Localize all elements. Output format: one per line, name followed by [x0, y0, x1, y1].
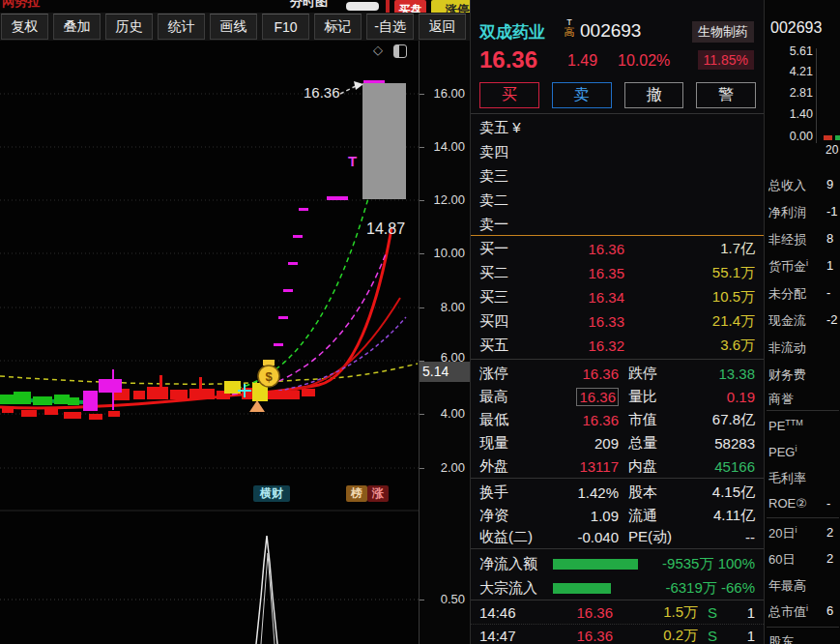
net-inflow-row: 净流入额 -9535万 100% [471, 552, 764, 576]
sidebar-item[interactable]: 毛利率 [768, 470, 840, 489]
toolbar-button-zixuan[interactable]: -自选 [366, 14, 414, 40]
sidebar-item[interactable]: 非流动 [768, 339, 840, 359]
mini-axis-tick: 2.81 [774, 86, 813, 100]
sidebar-item[interactable]: PETTM [768, 418, 840, 437]
ask-row-5[interactable]: 卖五 ¥ [471, 116, 764, 140]
ask-row-3[interactable]: 卖三 [471, 164, 764, 189]
money-bag-icon: $ [258, 360, 279, 387]
industry-change-pct: 11.85% [698, 50, 754, 70]
sidebar-item[interactable]: 非经损8 [768, 231, 840, 250]
toolbar-button-lishi[interactable]: 历史 [105, 14, 153, 40]
clipped-center-text: 分时图 [290, 0, 328, 11]
stats-row: 最高16.36量比0.19 [471, 385, 764, 408]
red-divider-mark [386, 0, 390, 13]
axis-tick: 10.00 [420, 246, 465, 260]
bid-row-2[interactable]: 买二16.3555.1万 [471, 261, 764, 285]
block-inflow-row: 大宗流入 -6319万 -66% [471, 576, 764, 600]
clipped-white-pill [346, 2, 379, 11]
axis-tick: 4.00 [420, 406, 465, 421]
cancel-button[interactable]: 撤 [624, 82, 684, 108]
axis-tick: 12.00 [420, 192, 465, 207]
axis-tick: 0.50 [420, 592, 465, 606]
sidebar-item-holders[interactable]: 股东 [768, 633, 840, 644]
toolbar-button-fanhui[interactable]: 返回 [419, 14, 466, 40]
layout-split-icon[interactable] [393, 44, 407, 58]
candlestick-chart-canvas[interactable]: $ 16.36 14.87 T ◇ 横财 榜 涨 [0, 41, 419, 644]
fundamentals-sidebar: 002693 5.61 4.21 2.81 1.40 0.00 20 总收入9 … [764, 0, 840, 644]
sidebar-item[interactable]: 现金流-2 [768, 312, 840, 332]
mini-x-label: 20 [826, 143, 838, 157]
sidebar-item[interactable]: 商誉 [768, 391, 840, 410]
bid-row-4[interactable]: 买四16.3321.4万 [471, 309, 764, 334]
sidebar-item[interactable]: 货币金i1 [768, 258, 840, 278]
price-change-pct: 10.02% [618, 52, 670, 70]
mini-axis-tick: 0.00 [774, 130, 813, 143]
flow-bar [553, 559, 638, 570]
buy-button[interactable]: 买 [479, 82, 539, 108]
last-price: 16.36 [479, 46, 537, 73]
trade-row[interactable]: 14:4716.360.2万S1 [471, 624, 764, 644]
high-price-boxed: 16.36 [576, 388, 619, 406]
triangle-marker-icon [249, 400, 265, 412]
trading-terminal: { "accent_colors":{"up_red":"#f0334d","d… [0, 0, 840, 644]
stats-row: 涨停16.36跌停13.38 [471, 362, 764, 385]
toolbar-button-tongji[interactable]: 统计 [158, 14, 205, 40]
ask-row-2[interactable]: 卖二 [471, 189, 764, 213]
axis-tick: 16.00 [420, 86, 465, 101]
chart-toolbar: 复权 叠加 历史 统计 画线 F10 标记 -自选 返回 [0, 13, 470, 41]
t-signal-marker: T [348, 153, 357, 169]
toolbar-button-f10[interactable]: F10 [262, 14, 309, 40]
toolbar-button-biaoji[interactable]: 标记 [314, 14, 362, 40]
flow-bar [553, 583, 611, 594]
bid-row-5[interactable]: 买五16.323.6万 [471, 334, 764, 358]
price-change: 1.49 [567, 52, 597, 70]
stats-row: 净资1.09流通4.11亿 [471, 504, 764, 527]
axis-tick: 14.00 [420, 139, 465, 154]
sidebar-stock-code: 002693 [770, 19, 822, 37]
sidebar-item[interactable]: 净利润-1 [768, 204, 840, 223]
sidebar-item[interactable]: 总市值i6 [768, 603, 840, 623]
sidebar-item[interactable]: PEGi [768, 444, 840, 463]
sell-button[interactable]: 卖 [552, 82, 612, 108]
ask-row-1[interactable]: 卖一 [471, 213, 764, 237]
bid-row-1[interactable]: 买一16.361.7亿 [471, 237, 764, 261]
highlight-box [362, 83, 406, 199]
marker-high: 高 [564, 27, 575, 37]
sidebar-item[interactable]: 总收入9 [768, 177, 840, 196]
mini-bar-red [824, 135, 832, 140]
sidebar-item[interactable]: 60日2 [768, 551, 840, 571]
sidebar-item[interactable]: 未分配- [768, 285, 840, 305]
stats-row: 现量209总量58283 [471, 431, 764, 454]
low-price-annotation: 14.87 [366, 220, 405, 238]
sidebar-item[interactable]: 年最高 [768, 577, 840, 597]
volume-spike [256, 536, 277, 644]
sidebar-item[interactable]: ROE②- [768, 496, 840, 515]
alert-button[interactable]: 警 [696, 82, 756, 108]
mini-bar-green [835, 135, 840, 140]
tab-0[interactable]: 买盘 [394, 0, 426, 13]
current-price-axis-label: 5.14 [420, 362, 470, 382]
mini-axis-tick: 5.61 [774, 44, 813, 58]
high-price-annotation: 16.36 [304, 84, 340, 101]
trade-row[interactable]: 14:4616.361.5万S1 [471, 601, 764, 624]
stats-row: 外盘13117内盘45166 [471, 454, 764, 478]
sidebar-item[interactable]: 财务费 [768, 366, 840, 386]
stock-code: 002693 [580, 20, 641, 42]
toolbar-button-fuquan[interactable]: 复权 [1, 14, 48, 40]
sidebar-item[interactable]: 20日i2 [768, 525, 840, 544]
chart-drawing: $ [0, 41, 419, 644]
clipped-left-text: 网势拉 [2, 0, 40, 11]
industry-tag[interactable]: 生物制药 [692, 21, 754, 43]
quote-panel: 双成药业 T 高 002693 生物制药 16.36 1.49 10.02% 1… [470, 0, 764, 644]
action-button-row: 买 卖 撤 警 [479, 82, 756, 108]
badge-rank: 榜 [346, 485, 367, 502]
axis-tick: 8.00 [420, 300, 465, 314]
mini-axis-tick: 4.21 [774, 65, 813, 78]
toolbar-button-diejia[interactable]: 叠加 [53, 14, 101, 40]
stock-name[interactable]: 双成药业 [479, 21, 545, 44]
bid-row-3[interactable]: 买三16.3410.5万 [471, 285, 764, 309]
ask-row-4[interactable]: 卖四 [471, 140, 764, 164]
toolbar-button-huaxian[interactable]: 画线 [210, 14, 257, 40]
price-axis: 16.00 14.00 12.00 10.00 8.00 6.00 4.00 2… [419, 41, 470, 644]
diamond-icon[interactable]: ◇ [373, 43, 383, 57]
